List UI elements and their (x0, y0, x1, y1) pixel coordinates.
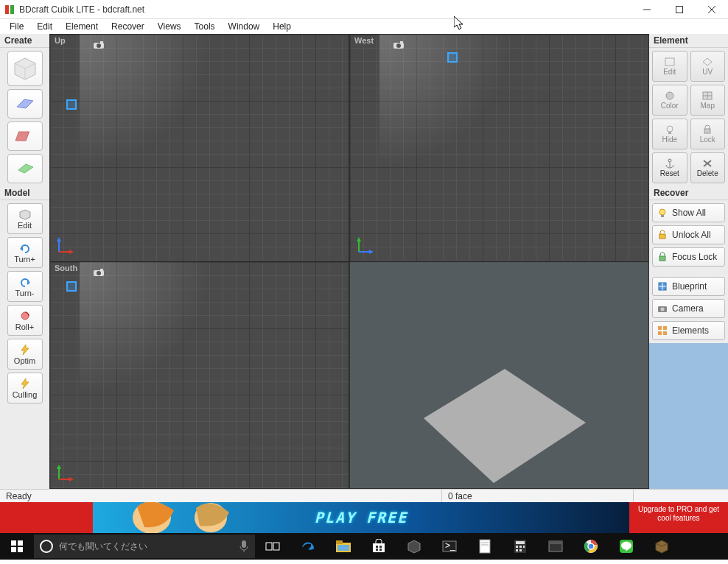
svg-rect-63 (658, 331, 662, 335)
svg-rect-54 (659, 234, 665, 239)
model-edit-button[interactable]: Edit (7, 203, 43, 234)
menu-views[interactable]: Views (151, 20, 188, 33)
terminal-app[interactable]: >_ (432, 533, 467, 560)
calculator-icon (514, 539, 527, 554)
create-plane-green-button[interactable] (7, 154, 43, 183)
svg-point-18 (97, 43, 101, 48)
store-icon (371, 539, 386, 554)
document-icon (479, 539, 491, 554)
element-panel-header: Element (649, 34, 728, 48)
status-faces: 0 face (442, 490, 634, 502)
recover-blueprint-button[interactable]: Blueprint (652, 277, 725, 296)
svg-marker-28 (357, 237, 361, 242)
close-button[interactable] (696, 0, 728, 19)
element-map-button[interactable]: Map (690, 85, 726, 116)
right-sidebar: Element Edit UV Color Map Hide Lock Rese… (649, 34, 728, 489)
minimize-button[interactable] (631, 0, 663, 19)
taskview-icon (265, 540, 280, 552)
cube-icon (12, 55, 38, 82)
svg-marker-8 (17, 99, 33, 108)
ad-banner[interactable]: PLAY FREE Upgrade to PRO and get cool fe… (0, 502, 728, 533)
notepad-app[interactable] (467, 533, 503, 560)
element-hide-button[interactable]: Hide (652, 119, 687, 149)
svg-rect-33 (100, 269, 103, 271)
element-reset-button[interactable]: Reset (652, 152, 687, 183)
left-sidebar: Create Model Edit (0, 34, 49, 489)
axis-gizmo (56, 463, 75, 482)
anchor-icon (664, 158, 676, 169)
cortana-search[interactable]: 何でも聞いてください (34, 535, 255, 558)
camera-icon[interactable] (93, 268, 105, 277)
selection-marker[interactable] (66, 99, 77, 110)
svg-marker-23 (69, 250, 74, 254)
create-plane-red-button[interactable] (7, 121, 43, 151)
svg-rect-95 (519, 549, 522, 551)
create-plane-blue-button[interactable] (7, 89, 43, 119)
selection-marker[interactable] (66, 281, 77, 292)
calculator-app[interactable] (503, 533, 538, 560)
menu-recover[interactable]: Recover (105, 20, 151, 33)
viewport-south[interactable]: South (49, 261, 349, 489)
maximize-button[interactable] (663, 0, 696, 19)
ad-play-text: PLAY FREE (315, 509, 407, 526)
line-icon (619, 539, 634, 554)
element-uv-button[interactable]: UV (690, 51, 726, 82)
viewport-west[interactable]: West (349, 34, 649, 261)
start-button[interactable] (0, 533, 34, 560)
model-culling-button[interactable]: Culling (7, 373, 43, 403)
svg-marker-10 (18, 164, 33, 173)
selection-marker[interactable] (447, 52, 458, 63)
menu-file[interactable]: File (3, 20, 30, 33)
viewport-area: Up West South (49, 34, 649, 489)
model-turn-plus-button[interactable]: Turn+ (7, 237, 43, 268)
element-delete-button[interactable]: Delete (690, 152, 726, 183)
svg-point-45 (667, 126, 673, 132)
chrome-app[interactable] (573, 533, 609, 560)
edge-app[interactable] (290, 533, 326, 560)
app-generic-2[interactable] (538, 533, 573, 560)
menu-edit[interactable]: Edit (30, 20, 59, 33)
menu-tools[interactable]: Tools (188, 20, 222, 33)
camera-icon[interactable] (93, 40, 105, 49)
model-roll-plus-button[interactable]: Roll+ (7, 305, 43, 336)
model-turn-minus-button[interactable]: Turn- (7, 271, 43, 302)
svg-rect-68 (18, 540, 23, 546)
element-color-button[interactable]: Color (652, 85, 687, 116)
ad-middle: PLAY FREE (93, 502, 629, 533)
model-optim-button[interactable]: Optim (7, 339, 43, 370)
recover-unlock-all-button[interactable]: Unlock All (652, 225, 725, 244)
svg-marker-38 (424, 369, 586, 483)
taskview-button[interactable] (255, 533, 290, 560)
create-cube-button[interactable] (7, 51, 43, 86)
status-ready: Ready (0, 490, 442, 502)
bulb-icon (664, 124, 676, 135)
focus-lock-icon (657, 252, 668, 262)
recover-camera-button[interactable]: Camera (652, 299, 725, 318)
store-app[interactable] (361, 533, 396, 560)
svg-rect-55 (659, 256, 665, 261)
edit-icon (664, 57, 676, 67)
app-generic-1[interactable] (396, 533, 432, 560)
element-edit-button[interactable]: Edit (652, 51, 687, 82)
ad-upgrade-text[interactable]: Upgrade to PRO and get cool features (629, 502, 728, 533)
svg-text:>_: >_ (445, 540, 455, 551)
svg-rect-0 (5, 5, 9, 14)
svg-rect-73 (266, 543, 272, 550)
svg-rect-79 (376, 546, 378, 548)
line-app[interactable] (609, 533, 644, 560)
explorer-app[interactable] (326, 533, 361, 560)
svg-marker-16 (21, 378, 29, 389)
camera-icon[interactable] (393, 40, 405, 49)
viewport-perspective[interactable] (349, 261, 649, 489)
bdcraft-app[interactable] (644, 533, 679, 560)
menu-element[interactable]: Element (59, 20, 105, 33)
svg-rect-47 (704, 129, 710, 133)
search-placeholder: 何でも聞いてください (59, 540, 147, 553)
menu-window[interactable]: Window (222, 20, 267, 33)
element-lock-button[interactable]: Lock (690, 119, 726, 149)
recover-focus-lock-button[interactable]: Focus Lock (652, 247, 725, 267)
menu-help[interactable]: Help (266, 20, 298, 33)
recover-show-all-button[interactable]: Show All (652, 203, 725, 222)
viewport-up[interactable]: Up (49, 34, 349, 261)
recover-elements-button[interactable]: Elements (652, 321, 725, 340)
